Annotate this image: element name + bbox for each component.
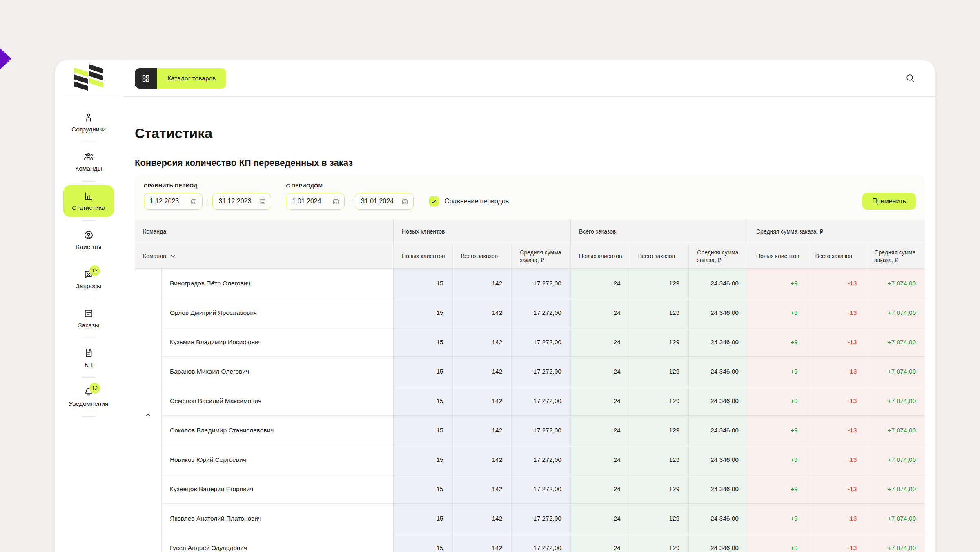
value-p1-new-clients: 15	[393, 416, 452, 445]
value-p1-total-orders: 142	[452, 474, 512, 504]
team-member-name[interactable]: Гусев Андрей Эдуардович	[162, 533, 393, 552]
sub-header-team: Команда	[143, 252, 166, 260]
period2-to-input[interactable]: 31.01.2024	[355, 193, 414, 210]
value-diff-total-orders: -13	[807, 474, 866, 504]
sub-header: Новых клиентов	[748, 244, 807, 268]
period1-to-input[interactable]: 31.12.2023	[212, 193, 271, 210]
table-row: Баранов Михаил Олегович 15 142 17 272,00…	[162, 357, 925, 386]
with-period-label: С ПЕРИОДОМ	[286, 183, 413, 189]
value-p2-new-clients: 24	[570, 474, 630, 504]
value-diff-total-orders: -13	[807, 416, 866, 445]
value-p2-avg-order: 24 346,00	[688, 327, 748, 357]
value-p1-avg-order: 17 272,00	[511, 504, 570, 533]
group-header-team: Команда	[135, 220, 393, 244]
sidebar-item-requests[interactable]: 12 Запросы	[63, 264, 114, 295]
value-p1-new-clients: 15	[393, 386, 452, 416]
sidebar-item-label: Заказы	[78, 322, 99, 329]
value-p1-avg-order: 17 272,00	[511, 327, 570, 357]
sidebar-item-notifications[interactable]: 12 Уведомления	[62, 381, 116, 413]
sidebar-item-clients[interactable]: Клиенты	[63, 225, 114, 256]
table-row: Кузнецов Валерий Егорович 15 142 17 272,…	[162, 474, 925, 504]
orders-icon	[83, 308, 94, 319]
team-member-name[interactable]: Кузнецов Валерий Егорович	[162, 474, 393, 504]
sub-header: Всего заказов	[452, 244, 512, 268]
search-button[interactable]	[903, 71, 917, 86]
value-diff-avg-order: +7 074,00	[866, 445, 925, 474]
team-member-name[interactable]: Яковлев Анатолий Платонович	[162, 504, 393, 533]
value-p1-total-orders: 142	[452, 416, 512, 445]
value-p2-total-orders: 129	[630, 269, 689, 298]
value-p1-total-orders: 142	[452, 357, 512, 386]
person-icon	[83, 112, 94, 123]
value-p2-avg-order: 24 346,00	[688, 269, 748, 298]
chevron-down-icon	[170, 253, 176, 259]
team-member-name[interactable]: Соколов Владимир Станиславович	[162, 416, 393, 445]
calendar-icon	[401, 198, 409, 205]
collapse-group-button[interactable]	[142, 409, 154, 422]
logo-right-stripes	[89, 67, 103, 89]
period2-from-input[interactable]: 1.01.2024	[286, 193, 345, 210]
value-p2-total-orders: 129	[630, 445, 689, 474]
value-diff-total-orders: -13	[807, 445, 866, 474]
sidebar-item-employees[interactable]: Сотрудники	[63, 107, 114, 138]
sidebar: Сотрудники Команды	[55, 60, 122, 552]
value-diff-new-clients: +9	[748, 416, 807, 445]
divider	[81, 377, 96, 378]
value-diff-avg-order: +7 074,00	[866, 533, 925, 552]
search-icon	[905, 78, 915, 85]
period1-from-value: 1.12.2023	[150, 198, 179, 205]
team-member-name[interactable]: Кузьмин Владимир Иосифович	[162, 327, 393, 357]
value-p1-avg-order: 17 272,00	[511, 386, 570, 416]
table-row: Яковлев Анатолий Платонович 15 142 17 27…	[162, 504, 925, 533]
range-separator: :	[349, 198, 350, 205]
value-p1-new-clients: 15	[393, 474, 452, 504]
team-member-name[interactable]: Семёнов Василий Максимович	[162, 386, 393, 416]
client-icon	[83, 230, 94, 240]
value-p1-avg-order: 17 272,00	[511, 298, 570, 327]
period1-from-input[interactable]: 1.12.2023	[144, 193, 203, 210]
table-group-header-row: Команда Новых клиентов Всего заказов Сре…	[135, 220, 925, 244]
value-diff-avg-order: +7 074,00	[866, 386, 925, 416]
table-sub-header-row: Команда Новых клиентов Всего заказов Сре…	[135, 244, 925, 269]
value-p1-new-clients: 15	[393, 445, 452, 474]
team-member-name[interactable]: Виноградов Пётр Олегович	[162, 269, 393, 298]
catalog-button[interactable]: Каталог товаров	[135, 68, 226, 89]
value-p2-total-orders: 129	[630, 504, 689, 533]
value-p1-new-clients: 15	[393, 298, 452, 327]
app-window: Сотрудники Команды	[55, 60, 935, 552]
sidebar-item-kp[interactable]: КП	[63, 342, 114, 374]
team-member-name[interactable]: Орлов Дмитрий Ярославович	[162, 298, 393, 327]
people-icon	[83, 151, 94, 162]
sidebar-item-teams[interactable]: Команды	[63, 146, 114, 178]
grid-icon	[135, 68, 157, 89]
sidebar-item-orders[interactable]: Заказы	[63, 303, 114, 334]
value-diff-avg-order: +7 074,00	[866, 327, 925, 357]
logo-left-stripes	[74, 70, 88, 89]
apply-button[interactable]: Применить	[862, 193, 916, 210]
bar-chart-icon	[83, 191, 94, 201]
value-p2-total-orders: 129	[630, 533, 689, 552]
table-body: Виноградов Пётр Олегович 15 142 17 272,0…	[135, 269, 925, 552]
value-diff-total-orders: -13	[807, 386, 866, 416]
value-p2-new-clients: 24	[570, 386, 630, 416]
value-diff-new-clients: +9	[748, 298, 807, 327]
app-logo[interactable]	[74, 70, 103, 89]
value-p2-new-clients: 24	[570, 327, 630, 357]
value-diff-new-clients: +9	[748, 327, 807, 357]
value-diff-total-orders: -13	[807, 504, 866, 533]
table-body-rows: Виноградов Пётр Олегович 15 142 17 272,0…	[162, 269, 925, 552]
value-p1-total-orders: 142	[452, 504, 512, 533]
team-member-name[interactable]: Новиков Юрий Сергеевич	[162, 445, 393, 474]
compare-periods-checkbox[interactable]: Сравнение периодов	[429, 193, 509, 210]
team-sort-control[interactable]: Команда	[143, 252, 176, 260]
value-p2-avg-order: 24 346,00	[688, 445, 748, 474]
team-member-name[interactable]: Баранов Михаил Олегович	[162, 357, 393, 386]
value-p2-avg-order: 24 346,00	[688, 416, 748, 445]
sidebar-item-label: Клиенты	[76, 243, 101, 251]
period1-to-value: 31.12.2023	[218, 198, 251, 205]
table-row: Соколов Владимир Станиславович 15 142 17…	[162, 416, 925, 445]
chat-percent-icon: 12	[83, 269, 94, 280]
divider	[81, 181, 96, 182]
sidebar-item-label: Сотрудники	[71, 126, 106, 133]
sidebar-item-statistics[interactable]: Статистика	[63, 185, 114, 217]
